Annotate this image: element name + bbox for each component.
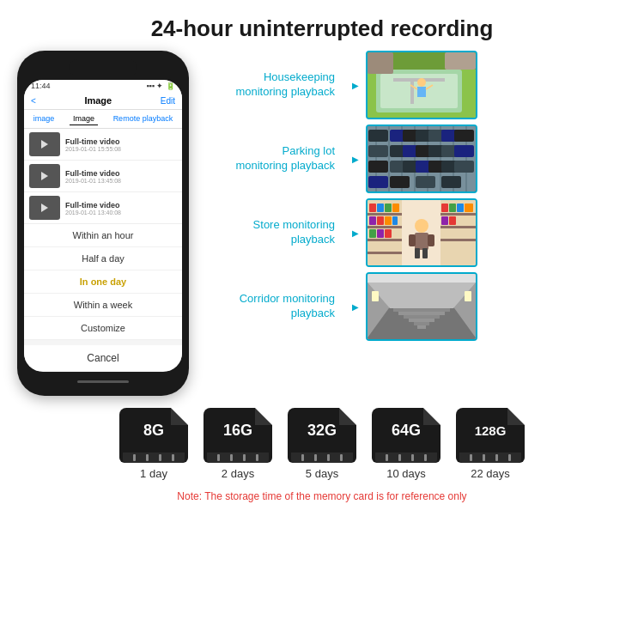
phone-tabs: image Image Remote playback bbox=[24, 110, 182, 129]
sd-card-8g: 8G bbox=[119, 408, 188, 463]
arrow-1 bbox=[342, 78, 359, 92]
svg-rect-79 bbox=[422, 248, 428, 258]
monitoring-image-1 bbox=[366, 51, 477, 119]
phone-home-bar bbox=[24, 375, 182, 387]
sd-card-64g-notch bbox=[375, 453, 437, 463]
svg-rect-55 bbox=[385, 204, 392, 212]
phone-nav-bar: < Image Edit bbox=[24, 92, 182, 110]
video-thumb-3 bbox=[29, 196, 60, 220]
page-header: 24-hour uninterrupted recording bbox=[0, 0, 644, 51]
video-date-2: 2019-01-01 13:45:08 bbox=[65, 178, 177, 184]
svg-rect-88 bbox=[404, 315, 440, 319]
svg-rect-9 bbox=[417, 87, 426, 97]
sd-card-128g: 128G bbox=[456, 408, 525, 463]
video-item-3[interactable]: Full-time video 2019-01-01 13:40:08 bbox=[24, 192, 182, 224]
notch-line-3 bbox=[159, 454, 161, 461]
video-title-1: Full-time video bbox=[65, 137, 177, 146]
sd-card-32g: 32G bbox=[288, 408, 356, 463]
video-item-2[interactable]: Full-time video 2019-01-01 13:45:08 bbox=[24, 161, 182, 192]
home-bar-line bbox=[77, 380, 129, 383]
arrow-4 bbox=[342, 300, 359, 313]
arrow-3 bbox=[342, 226, 359, 240]
svg-rect-42 bbox=[454, 161, 474, 173]
svg-rect-61 bbox=[369, 229, 376, 238]
video-item-1[interactable]: Full-time video 2019-01-01 15:55:08 bbox=[24, 129, 182, 161]
sd-card-8g-notch bbox=[123, 453, 185, 463]
notch-line-9 bbox=[301, 454, 304, 461]
video-info-3: Full-time video 2019-01-01 13:40:08 bbox=[65, 201, 177, 216]
svg-rect-28 bbox=[454, 130, 474, 142]
main-content: 11:44 ▪▪▪ ✦ 🔋 < Image Edit image Image R… bbox=[0, 51, 644, 396]
video-list: Full-time video 2019-01-01 15:55:08 Full… bbox=[24, 129, 182, 224]
tab-remote-playback[interactable]: Remote playback bbox=[110, 112, 177, 125]
svg-rect-72 bbox=[441, 216, 448, 225]
svg-rect-75 bbox=[415, 233, 428, 250]
svg-rect-6 bbox=[368, 52, 393, 74]
monitoring-image-4 bbox=[366, 272, 477, 341]
svg-rect-86 bbox=[393, 308, 450, 312]
monitoring-section: Housekeepingmonitoring playback bbox=[206, 51, 635, 396]
svg-point-8 bbox=[417, 78, 426, 87]
svg-rect-58 bbox=[377, 216, 384, 225]
notch-line-12 bbox=[340, 454, 343, 461]
notch-line-18 bbox=[483, 454, 485, 461]
page-title: 24-hour uninterrupted recording bbox=[17, 15, 627, 42]
notch-line-1 bbox=[133, 454, 136, 461]
notch-line-14 bbox=[398, 454, 401, 461]
notch-line-13 bbox=[386, 454, 388, 461]
notch-line-16 bbox=[424, 454, 427, 461]
svg-rect-66 bbox=[440, 226, 476, 228]
svg-rect-57 bbox=[369, 216, 376, 225]
svg-rect-59 bbox=[385, 216, 392, 225]
tab-image-active[interactable]: Image bbox=[70, 112, 98, 125]
svg-rect-45 bbox=[416, 176, 435, 188]
video-title-3: Full-time video bbox=[65, 201, 177, 210]
notch-line-6 bbox=[230, 454, 233, 461]
svg-rect-67 bbox=[440, 239, 476, 241]
svg-rect-60 bbox=[392, 216, 398, 225]
video-title-2: Full-time video bbox=[65, 169, 177, 178]
dropdown-item-2[interactable]: Half a day bbox=[24, 247, 182, 270]
monitoring-label-1: Housekeepingmonitoring playback bbox=[206, 70, 335, 100]
parking-scene bbox=[368, 126, 476, 191]
dropdown-cancel-button[interactable]: Cancel bbox=[24, 340, 182, 371]
phone-status-bar: 11:44 ▪▪▪ ✦ 🔋 bbox=[24, 80, 182, 92]
store-scene bbox=[368, 200, 476, 265]
monitoring-label-4: Corridor monitoringplayback bbox=[206, 292, 335, 321]
nav-back-button[interactable]: < bbox=[31, 96, 36, 106]
svg-rect-91 bbox=[417, 325, 426, 329]
nav-title: Image bbox=[84, 95, 112, 106]
svg-rect-63 bbox=[385, 229, 392, 238]
nav-edit-button[interactable]: Edit bbox=[161, 96, 175, 106]
sd-card-32g-notch bbox=[291, 453, 353, 463]
svg-rect-73 bbox=[449, 216, 456, 225]
monitoring-row-3: Store monitoringplayback bbox=[206, 198, 635, 267]
storage-card-8g: 8G 1 day bbox=[119, 408, 188, 480]
dropdown-item-4[interactable]: Within a week bbox=[24, 294, 182, 317]
sd-card-128g-label: 128G bbox=[475, 423, 507, 438]
notch-line-2 bbox=[146, 454, 149, 461]
notch-line-8 bbox=[256, 454, 258, 461]
svg-rect-53 bbox=[369, 204, 376, 212]
storage-days-64g: 10 days bbox=[386, 467, 426, 480]
dropdown-item-1[interactable]: Within an hour bbox=[24, 224, 182, 247]
svg-rect-76 bbox=[409, 234, 416, 246]
svg-rect-78 bbox=[415, 248, 420, 258]
svg-rect-5 bbox=[410, 78, 414, 104]
play-icon-3 bbox=[41, 204, 48, 212]
video-info-2: Full-time video 2019-01-01 13:45:08 bbox=[65, 169, 177, 184]
storage-days-128g: 22 days bbox=[471, 467, 510, 480]
tab-image[interactable]: image bbox=[30, 112, 58, 125]
svg-rect-36 bbox=[368, 161, 388, 173]
phone-screen: 11:44 ▪▪▪ ✦ 🔋 < Image Edit image Image R… bbox=[24, 80, 182, 372]
svg-rect-71 bbox=[465, 204, 473, 212]
corridor-scene bbox=[368, 274, 476, 339]
play-icon-2 bbox=[41, 172, 48, 180]
dropdown-item-3[interactable]: In one day bbox=[24, 270, 182, 294]
monitoring-row-1: Housekeepingmonitoring playback bbox=[206, 51, 635, 119]
svg-rect-87 bbox=[398, 312, 445, 315]
video-date-3: 2019-01-01 13:40:08 bbox=[65, 210, 177, 216]
dropdown-item-5[interactable]: Customize bbox=[24, 317, 182, 340]
housekeeping-scene bbox=[368, 52, 476, 118]
arrow-2 bbox=[342, 152, 359, 166]
